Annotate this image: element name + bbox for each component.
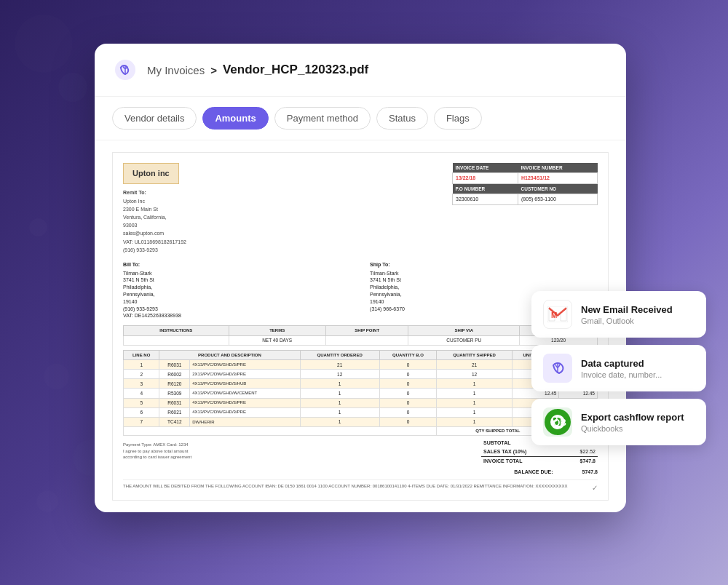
cell-product: R6031 bbox=[159, 360, 190, 370]
po-number-label: P.O NUMBER bbox=[453, 183, 518, 194]
terms-header: TERMS bbox=[229, 326, 325, 335]
remit-to-label: Remit To: bbox=[123, 190, 146, 195]
ship-to-label: Ship To: bbox=[370, 261, 598, 268]
notif-data-text: Data captured Invoice date, number... bbox=[581, 358, 695, 379]
cell-line: 7 bbox=[124, 417, 159, 426]
qty-shipped-total-row: QTY SHIPPED TOTAL bbox=[124, 426, 598, 435]
cell-qty-ship: 1 bbox=[437, 398, 512, 407]
cell-qty-ship: 1 bbox=[437, 389, 512, 398]
cell-qty-bo: 0 bbox=[379, 360, 437, 370]
cell-desc: 4X13/PVC/DW/GHD/W/CEMENT bbox=[190, 389, 300, 398]
cell-product: R5309 bbox=[159, 389, 190, 398]
notif-data-title: Data captured bbox=[581, 358, 695, 369]
cell-line: 5 bbox=[124, 398, 159, 407]
signature: ✓ bbox=[592, 483, 598, 493]
data-capture-icon bbox=[543, 354, 572, 383]
notif-gmail-subtitle: Gmail, Outlook bbox=[581, 317, 695, 325]
ship-phone: (314) 966-6370 bbox=[370, 306, 405, 311]
remit-to-section: Remit To: Upton Inc2300 E Main StVentura… bbox=[123, 188, 186, 254]
card-header: My Invoices > Vendor_HCP_120323.pdf bbox=[95, 44, 626, 97]
customer-no-label: CUSTOMER NO bbox=[518, 183, 598, 194]
balance-due-value: 5747.8 bbox=[582, 469, 598, 476]
cell-qty-bo: 0 bbox=[379, 379, 437, 389]
cell-qty-ship: 21 bbox=[437, 360, 512, 370]
cell-line: 6 bbox=[124, 407, 159, 417]
svg-text:QB: QB bbox=[553, 418, 566, 428]
instructions-value bbox=[124, 335, 229, 345]
col-product: PRODUCT AND DESCRIPTION bbox=[159, 350, 300, 359]
invoice-footer: THE AMOUNT WILL BE DEBITED FROM THE FOLL… bbox=[123, 479, 598, 489]
tab-bar: Vendor details Amounts Payment method St… bbox=[95, 97, 626, 140]
cell-qty-ord: 1 bbox=[300, 389, 379, 398]
table-row: 1 R6031 4X13/PVC/DW/GHD/3/PRE 21 0 21 12… bbox=[124, 360, 598, 370]
cell-product: R6021 bbox=[159, 407, 190, 417]
ship-via-value: CUSTOMER PU bbox=[408, 335, 520, 345]
customer-no-value: (805) 653-1100 bbox=[518, 194, 598, 204]
po-number-value: 32300610 bbox=[453, 194, 518, 204]
cell-product: R6002 bbox=[159, 370, 190, 379]
cell-qty-bo: 0 bbox=[379, 417, 437, 426]
cell-product: TC412 bbox=[159, 417, 190, 426]
invoice-total-label: INVOICE TOTAL bbox=[481, 456, 560, 465]
col-qty-ord: QUANTITY ORDERED bbox=[300, 350, 379, 359]
ship-point-value bbox=[325, 335, 408, 345]
notif-gmail-text: New Email Received Gmail, Outlook bbox=[581, 304, 695, 325]
notif-qb-title: Export cashflow report bbox=[581, 412, 695, 423]
bill-to-label: Bill To: bbox=[123, 261, 351, 268]
breadcrumb-parent[interactable]: My Invoices bbox=[147, 64, 205, 76]
terms-value: NET 40 DAYS bbox=[229, 335, 325, 345]
col-line-no: LINE NO bbox=[124, 350, 159, 359]
instructions-header: INSTRUCTIONS bbox=[124, 326, 229, 335]
table-row: 5 R6031 4X13/PVC/DW/GHD/3/PRE 1 0 1 7.32… bbox=[124, 398, 598, 407]
bill-to-block: Bill To: Tilman-Stark3741 N 5th StPhilad… bbox=[123, 261, 351, 319]
cell-qty-ord: 1 bbox=[300, 407, 379, 417]
notif-data: Data captured Invoice date, number... bbox=[531, 345, 706, 391]
table-row: 4 R5309 4X13/PVC/DW/GHD/W/CEMENT 1 0 1 1… bbox=[124, 389, 598, 398]
table-row: 6 R6021 4X13/PVC/DW/GHD/3/PRE 1 0 1 5.12… bbox=[124, 407, 598, 417]
tab-payment-method[interactable]: Payment method bbox=[274, 107, 371, 130]
notif-qb-subtitle: Quickbooks bbox=[581, 424, 695, 433]
notif-quickbooks: QB Export cashflow report Quickbooks bbox=[531, 399, 706, 445]
cell-qty-bo: 0 bbox=[379, 407, 437, 417]
cell-qty-ord: 1 bbox=[300, 398, 379, 407]
breadcrumb: My Invoices > Vendor_HCP_120323.pdf bbox=[147, 63, 368, 77]
cell-desc: 4X13/PVC/DW/GHD/3/PRE bbox=[190, 398, 300, 407]
notif-data-subtitle: Invoice date, number... bbox=[581, 370, 695, 379]
cell-qty-ship: 1 bbox=[437, 379, 512, 389]
balance-due-row: BALANCE DUE: 5747.8 bbox=[481, 469, 598, 476]
cell-qty-ship: 1 bbox=[437, 407, 512, 417]
cell-qty-bo: 0 bbox=[379, 370, 437, 379]
cell-qty-bo: 0 bbox=[379, 398, 437, 407]
inv-date-label: INVOICE DATE bbox=[453, 163, 518, 173]
tab-amounts[interactable]: Amounts bbox=[202, 107, 268, 130]
cell-line: 4 bbox=[124, 389, 159, 398]
col-qty-ship: QUANTITY SHIPPED bbox=[437, 350, 512, 359]
tab-status[interactable]: Status bbox=[376, 107, 428, 130]
cell-qty-ord: 1 bbox=[300, 417, 379, 426]
cell-qty-ord: 21 bbox=[300, 360, 379, 370]
tab-vendor-details[interactable]: Vendor details bbox=[112, 107, 197, 130]
invoice-total-value: $747.8 bbox=[560, 456, 598, 465]
cell-desc: 4X13/PVC/DW/GHD/3/PRE bbox=[190, 360, 300, 370]
ship-via-header: SHIP VIA bbox=[408, 326, 520, 335]
company-name: Upton inc bbox=[123, 163, 179, 184]
notification-stack: M New Email Received Gmail, Outlook Data… bbox=[531, 291, 706, 445]
cell-desc: 2X13/PVC/DW/GHD/3/PRE bbox=[190, 370, 300, 379]
cell-line: 3 bbox=[124, 379, 159, 389]
cell-qty-ship: 12 bbox=[437, 370, 512, 379]
balance-due-label: BALANCE DUE: bbox=[514, 469, 553, 476]
bill-phone: (916) 933-9293 bbox=[123, 306, 158, 311]
cell-product: R6120 bbox=[159, 379, 190, 389]
notif-gmail: M New Email Received Gmail, Outlook bbox=[531, 291, 706, 338]
cell-line: 2 bbox=[124, 370, 159, 379]
cell-product: R6031 bbox=[159, 398, 190, 407]
cell-desc: 4X13/PVC/DW/GHD/3/PRE bbox=[190, 407, 300, 417]
notif-gmail-title: New Email Received bbox=[581, 304, 695, 315]
tax-label: SALES TAX (10%) bbox=[481, 447, 560, 456]
cell-qty-ship: 1 bbox=[437, 417, 512, 426]
tab-flags[interactable]: Flags bbox=[434, 107, 482, 130]
footer-text: THE AMOUNT WILL BE DEBITED FROM THE FOLL… bbox=[123, 484, 568, 488]
inv-number-value: H1234S1/12 bbox=[518, 173, 598, 184]
cell-desc: DW/HERIR bbox=[190, 417, 300, 426]
remit-phone: (916) 933-9293 bbox=[123, 247, 158, 252]
